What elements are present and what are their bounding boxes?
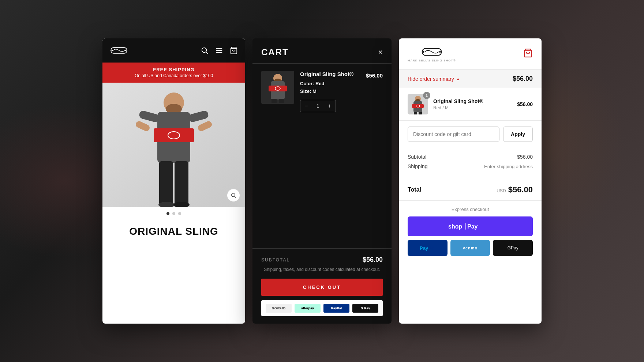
order-item-price: $56.00: [517, 101, 533, 107]
quantity-decrease-button[interactable]: −: [300, 100, 312, 112]
partner-logos: GOVX·ID afterpay PayPal G Pay: [261, 300, 383, 316]
dot-2[interactable]: [172, 212, 175, 215]
checkout-panel: MARK BELL'S SLING SHOT® Hide order summa…: [399, 38, 542, 324]
dot-1[interactable]: [166, 212, 169, 215]
subtotal-row: SUBTOTAL $56.00: [261, 256, 383, 264]
checkout-brand-name: MARK BELL'S SLING SHOT®: [408, 59, 456, 62]
shipping-pricing-row: Shipping Enter shipping address: [408, 163, 533, 169]
dot-3[interactable]: [178, 212, 181, 215]
cart-item-color: Color: Red: [300, 80, 360, 88]
logo-icon: [110, 45, 128, 56]
order-item-variant: Red / M: [433, 105, 512, 110]
free-shipping-title: FREE SHIPPING: [110, 67, 238, 72]
cart-panel: CART × Original Sling Shot®: [252, 38, 392, 324]
order-item-info: Original Sling Shot® Red / M: [433, 98, 512, 110]
product-image-area: [102, 83, 245, 207]
menu-icon[interactable]: [215, 46, 223, 54]
svg-point-35: [439, 51, 441, 53]
product-panel: FREE SHIPPING On all US and Canada order…: [102, 38, 245, 324]
apply-button[interactable]: Apply: [503, 127, 533, 142]
total-value: $56.00: [508, 185, 533, 195]
brand-logo: [110, 45, 128, 56]
svg-point-23: [232, 193, 235, 197]
cart-note: Shipping, taxes, and discount codes calc…: [261, 267, 383, 273]
cart-close-button[interactable]: ×: [378, 48, 383, 56]
checkout-cart-icon[interactable]: [523, 48, 533, 60]
product-image: [102, 83, 245, 207]
subtotal-pricing-value: $56.00: [517, 154, 533, 160]
cart-spacer: [252, 120, 392, 249]
svg-line-4: [206, 52, 208, 54]
free-shipping-subtitle: On all US and Canada orders over $100: [110, 73, 238, 78]
order-summary-price: $56.00: [513, 75, 533, 83]
express-section: Express checkout shop Pay PayPal venmo G…: [399, 201, 542, 262]
subtotal-pricing-row: Subtotal $56.00: [408, 154, 533, 160]
svg-text:shop: shop: [448, 223, 462, 230]
cart-item: Original Sling Shot® Color: Red Size: M …: [252, 64, 392, 120]
svg-point-1: [111, 50, 113, 51]
search-icon[interactable]: [201, 46, 209, 54]
subtotal-value: $56.00: [363, 256, 383, 264]
cart-item-image: [261, 71, 294, 104]
shop-pay-button[interactable]: shop Pay: [408, 216, 533, 236]
svg-rect-19: [159, 161, 173, 205]
govxid-logo: GOVX·ID: [266, 304, 292, 313]
paypal-button[interactable]: PayPal: [408, 240, 448, 256]
total-currency: USD: [497, 188, 506, 193]
zoom-button[interactable]: [227, 189, 240, 202]
order-summary-button[interactable]: Hide order summary ▲: [408, 76, 460, 82]
subtotal-pricing-label: Subtotal: [408, 154, 426, 160]
checkout-button[interactable]: CHECK OUT: [261, 279, 383, 296]
size-label: Size:: [300, 88, 311, 94]
gpay-button[interactable]: G Pay: [493, 240, 533, 256]
checkout-brand-logo: MARK BELL'S SLING SHOT®: [408, 46, 456, 62]
express-label: Express checkout: [408, 207, 533, 212]
total-row: Total USD $56.00: [399, 179, 542, 201]
cart-item-product-image: [261, 71, 294, 104]
order-summary-label: Hide order summary: [408, 76, 454, 82]
total-value-wrap: USD $56.00: [497, 185, 533, 195]
svg-point-34: [423, 51, 424, 53]
nav-icons: [201, 46, 238, 54]
color-value: Red: [315, 81, 325, 86]
svg-point-3: [202, 48, 207, 53]
cart-title: CART: [261, 47, 289, 57]
svg-rect-43: [414, 112, 417, 114]
subtotal-label: SUBTOTAL: [261, 257, 290, 263]
quantity-controls: − 1 +: [300, 100, 336, 112]
order-item-badge: 1: [423, 92, 430, 99]
free-shipping-banner: FREE SHIPPING On all US and Canada order…: [102, 63, 245, 83]
svg-rect-44: [419, 112, 422, 114]
checkout-header: MARK BELL'S SLING SHOT®: [399, 38, 542, 70]
cart-item-details: Original Sling Shot® Color: Red Size: M …: [300, 71, 360, 112]
pricing-section: Subtotal $56.00 Shipping Enter shipping …: [399, 148, 542, 179]
venmo-button[interactable]: venmo: [450, 240, 490, 256]
svg-line-24: [235, 196, 236, 198]
gpay-logo: G Pay: [352, 304, 378, 313]
cart-item-name: Original Sling Shot®: [300, 71, 360, 77]
shipping-pricing-label: Shipping: [408, 163, 428, 169]
product-top-bar: [102, 38, 245, 63]
order-summary-toggle[interactable]: Hide order summary ▲ $56.00: [399, 70, 542, 88]
product-title-area: ORIGINAL SLING: [102, 220, 245, 243]
cart-icon[interactable]: [230, 46, 238, 54]
checkout-logo-icon: [421, 46, 443, 58]
chevron-up-icon: ▲: [456, 77, 460, 81]
order-item-image-wrap: 1: [408, 94, 428, 114]
other-pay-row: PayPal venmo G Pay: [408, 240, 533, 256]
product-title: ORIGINAL SLING: [110, 226, 238, 237]
svg-rect-31: [272, 99, 277, 103]
order-item-row: 1 Original Sling Shot® Red / M $56.00: [399, 88, 542, 121]
afterpay-logo: afterpay: [295, 304, 321, 313]
cart-footer: SUBTOTAL $56.00 Shipping, taxes, and dis…: [252, 248, 392, 324]
svg-rect-46: [465, 223, 466, 230]
svg-rect-20: [175, 161, 188, 205]
svg-point-2: [125, 50, 127, 51]
size-value: M: [312, 88, 317, 94]
svg-rect-13: [154, 128, 194, 142]
image-carousel-dots: [102, 207, 245, 220]
quantity-increase-button[interactable]: +: [324, 100, 336, 112]
color-label: Color:: [300, 81, 314, 86]
discount-input[interactable]: [408, 127, 499, 142]
shop-pay-logo: shop Pay: [448, 222, 492, 230]
